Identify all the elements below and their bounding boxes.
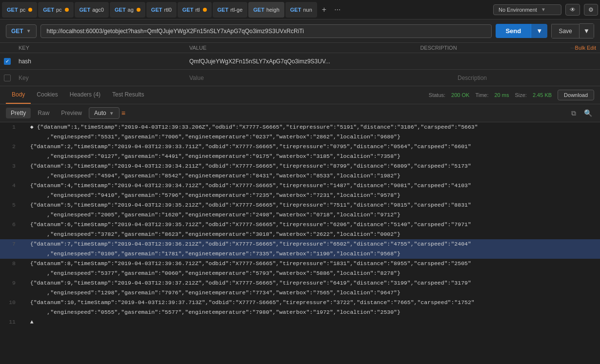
body-toolbar: Pretty Raw Preview Auto ▼ ≡ ⧉ 🔍 [0, 104, 600, 122]
json-line: ,"enginespeed":"0127","gasremain":"4491"… [0, 152, 600, 161]
json-line: ,"enginespeed":"0100","gasremain":"1781"… [0, 249, 600, 259]
json-line: 6 {"datanum":6,"timeStamp":"2019-04-03T1… [0, 220, 600, 230]
param-desc-placeholder[interactable]: Description [454, 72, 600, 84]
response-status-bar: Status: 200 OK Time: 20 ms Size: 2.45 KB… [429, 90, 594, 100]
checkbox-checked[interactable]: ✓ [4, 58, 11, 65]
params-header: KEY VALUE DESCRIPTION ··· Bulk Edit [0, 43, 600, 53]
tab-dot [203, 8, 207, 12]
tab-method: GET [182, 7, 194, 13]
line-content: {"datanum":10,"timeStamp":"2019-04-03T12… [23, 298, 600, 307]
body-tab-raw[interactable]: Raw [33, 108, 54, 118]
line-content: {"datanum":2,"timeStamp":"2019-04-03T12:… [23, 142, 600, 151]
line-content: ,"enginespeed":"5531","gasremain":"7006"… [23, 133, 600, 141]
json-viewer[interactable]: 1 ◆ {"datanum":1,"timeStamp":"2019-04-03… [0, 122, 600, 332]
response-tab-body[interactable]: Body [6, 86, 31, 104]
tab-method: GET [80, 7, 91, 13]
more-tabs-button[interactable]: ··· [330, 5, 344, 14]
method-label: GET [11, 28, 23, 35]
tab-get-heigh[interactable]: GET heigh [248, 2, 284, 18]
description-column-header: DESCRIPTION [420, 45, 566, 51]
status-label: Status: [429, 92, 445, 98]
env-label: No Environment [499, 7, 537, 13]
add-tab-button[interactable]: + [318, 5, 330, 14]
line-content: ,"enginespeed":"4594","gasremain":"8542"… [23, 172, 600, 180]
response-tabs: Body Cookies Headers (4) Test Results St… [0, 86, 600, 104]
url-input[interactable] [40, 24, 492, 38]
format-label: Auto [94, 110, 106, 116]
tab-label: rtl0 [164, 7, 171, 13]
response-tab-headers[interactable]: Headers (4) [64, 86, 106, 104]
json-line: 7 {"datanum":7,"timeStamp":"2019-04-03T1… [0, 239, 600, 249]
line-number: 7 [0, 240, 23, 249]
method-select[interactable]: GET ▼ [6, 24, 37, 38]
tab-label: agc0 [92, 7, 104, 13]
param-checkbox-hash[interactable]: ✓ [0, 58, 15, 65]
line-number: 9 [0, 279, 23, 287]
tab-label: pc [20, 7, 26, 13]
download-button[interactable]: Download [558, 90, 594, 100]
json-line: ,"enginespeed":"3782","gasremain":"8623"… [0, 230, 600, 239]
json-line: 2 {"datanum":2,"timeStamp":"2019-04-03T1… [0, 142, 600, 152]
param-value-hash[interactable]: QmfQJujeYWgX2Fn15nSLY7xApG7qQo3imz9S3UV.… [185, 55, 454, 68]
eye-icon[interactable]: 👁 [565, 4, 580, 16]
time-value: 20 ms [495, 92, 509, 98]
body-tab-preview[interactable]: Preview [56, 108, 87, 118]
tab-get-agc0[interactable]: GET agc0 [75, 2, 109, 18]
line-number: 2 [0, 142, 23, 151]
line-content: {"datanum":3,"timeStamp":"2019-04-03T12:… [23, 162, 600, 171]
tab-get-nun[interactable]: GET nun [285, 2, 317, 18]
copy-icon[interactable]: ⧉ [569, 108, 578, 118]
env-dropdown[interactable]: No Environment ▼ [493, 4, 561, 15]
param-key-hash[interactable]: hash [15, 55, 185, 68]
tab-method: GET [7, 7, 18, 13]
json-line: 4 {"datanum":4,"timeStamp":"2019-04-03T1… [0, 181, 600, 191]
lines-icon[interactable]: ≡ [121, 109, 125, 117]
value-column-header: VALUE [189, 45, 420, 51]
tab-method: GET [290, 7, 301, 13]
save-button[interactable]: Save [551, 24, 579, 38]
param-desc-hash[interactable] [454, 58, 600, 64]
send-dropdown-button[interactable]: ▼ [531, 24, 547, 38]
request-bar: GET ▼ Send ▼ Save ▼ [0, 19, 600, 43]
tab-label: pc [56, 7, 62, 13]
json-line: 9 {"datanum":9,"timeStamp":"2019-04-03T1… [0, 278, 600, 288]
json-line: ,"enginespeed":"4594","gasremain":"8542"… [0, 171, 600, 181]
tab-get-rtl0[interactable]: GET rtl0 [146, 2, 177, 18]
tab-get-rtl-ge[interactable]: GET rtl-ge [213, 2, 248, 18]
line-number: 3 [0, 162, 23, 171]
tab-method: GET [253, 7, 264, 13]
tab-dot [137, 8, 140, 12]
tab-method: GET [43, 7, 54, 13]
save-dropdown-button[interactable]: ▼ [580, 23, 594, 38]
param-value-placeholder[interactable]: Value [185, 72, 454, 84]
tab-get-rtl[interactable]: GET rtl [178, 2, 212, 18]
body-tab-pretty[interactable]: Pretty [6, 108, 31, 118]
json-line: ,"enginespeed":"5531","gasremain":"7006"… [0, 132, 600, 142]
response-tab-cookies[interactable]: Cookies [31, 86, 63, 104]
param-key-placeholder[interactable]: Key [15, 72, 185, 84]
bulk-edit-button[interactable]: Bulk Edit [575, 45, 596, 51]
size-label: Size: [515, 92, 526, 98]
tab-label: rtl-ge [230, 7, 242, 13]
response-tab-test-results[interactable]: Test Results [106, 86, 150, 104]
send-button[interactable]: Send [496, 24, 531, 38]
json-line: ,"enginespeed":"5377","gasremain":"0060"… [0, 268, 600, 278]
chevron-down-icon: ▼ [109, 111, 114, 116]
tab-get-ag[interactable]: GET ag [110, 2, 145, 18]
tab-get-pc-2[interactable]: GET pc [38, 2, 73, 18]
json-line: 10 {"datanum":10,"timeStamp":"2019-04-03… [0, 298, 600, 307]
env-selector: No Environment ▼ 👁 ⚙ [493, 4, 598, 16]
line-number: 8 [0, 259, 23, 268]
line-number: 10 [0, 298, 23, 307]
line-number: 1 [0, 123, 23, 132]
checkbox-unchecked[interactable] [4, 75, 11, 81]
search-icon[interactable]: 🔍 [582, 108, 594, 118]
gear-icon[interactable]: ⚙ [584, 4, 598, 16]
tab-method: GET [218, 7, 229, 13]
tab-get-pc-1[interactable]: GET pc [2, 2, 37, 18]
tab-bar: GET pc GET pc GET agc0 GET ag GET rtl0 G… [0, 0, 600, 19]
line-content: {"datanum":5,"timeStamp":"2019-04-03T12:… [23, 201, 600, 210]
status-value: 200 OK [451, 92, 469, 98]
tab-dot [28, 8, 32, 12]
format-select[interactable]: Auto ▼ [89, 107, 120, 119]
